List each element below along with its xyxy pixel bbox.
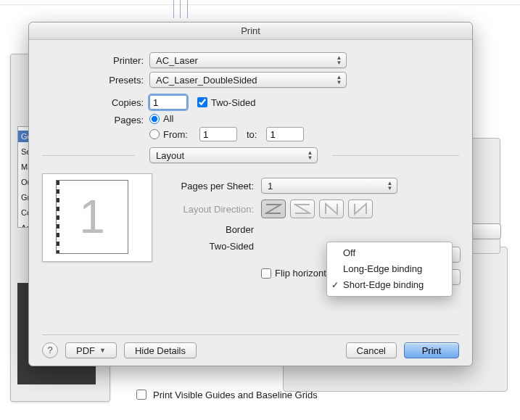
- background-checkbox-row: Print Visible Guides and Baseline Grids: [133, 370, 318, 403]
- presets-label: Presets:: [42, 75, 149, 86]
- layout-direction-label: Layout Direction:: [168, 204, 261, 215]
- presets-select[interactable]: AC_Laser_DoubleSided: [149, 72, 347, 88]
- menu-item-label: Short-Edge binding: [343, 279, 424, 290]
- pages-to-input[interactable]: [266, 127, 304, 141]
- menu-item-label: Long-Edge binding: [343, 263, 422, 274]
- check-icon: ✓: [331, 279, 339, 292]
- layout-direction-group: [261, 199, 373, 218]
- dialog-title: Print: [241, 25, 260, 36]
- section-select[interactable]: Layout: [149, 147, 318, 163]
- two-sided-checkbox[interactable]: Two-Sided: [197, 97, 255, 108]
- pages-from-label: From:: [163, 129, 188, 140]
- cancel-button[interactable]: Cancel: [346, 342, 397, 358]
- pdf-button[interactable]: PDF ▼: [65, 342, 117, 358]
- printer-label: Printer:: [42, 55, 149, 66]
- select-arrows-icon: [335, 55, 343, 65]
- print-button[interactable]: Print: [404, 342, 459, 358]
- two-sided-select-label: Two-Sided: [168, 241, 261, 252]
- border-label: Border: [168, 224, 261, 235]
- layout-direction-n-icon[interactable]: [319, 199, 344, 218]
- help-icon: ?: [47, 345, 52, 355]
- presets-value: AC_Laser_DoubleSided: [156, 75, 257, 86]
- pdf-label: PDF: [76, 345, 95, 356]
- dropdown-arrow-icon: ▼: [99, 347, 106, 354]
- hide-details-label: Hide Details: [135, 345, 186, 356]
- printer-select[interactable]: AC_Laser: [149, 52, 347, 68]
- pages-all-label: All: [163, 113, 173, 124]
- pages-all-radio-input[interactable]: [149, 114, 160, 124]
- cancel-label: Cancel: [357, 345, 386, 356]
- two-sided-checkbox-input[interactable]: [197, 97, 207, 107]
- pages-from-input[interactable]: [199, 127, 237, 141]
- pages-per-sheet-value: 1: [268, 181, 273, 192]
- layout-preview: 1: [42, 173, 152, 262]
- printer-value: AC_Laser: [156, 55, 198, 66]
- print-visible-guides-checkbox-input[interactable]: [136, 390, 146, 400]
- layout-direction-s-icon[interactable]: [290, 199, 315, 218]
- dialog-bottom-bar: ? PDF ▼ Hide Details Cancel Print: [42, 334, 459, 358]
- section-value: Layout: [156, 150, 184, 161]
- pages-to-label: to:: [241, 129, 263, 140]
- menu-item-label: Off: [343, 247, 355, 258]
- pages-per-sheet-label: Pages per Sheet:: [168, 181, 261, 192]
- pages-per-sheet-select[interactable]: 1: [261, 178, 397, 194]
- print-visible-guides-checkbox[interactable]: Print Visible Guides and Baseline Grids: [133, 387, 318, 402]
- pages-label: Pages:: [42, 113, 149, 125]
- preview-page-number: 1: [57, 181, 128, 253]
- menu-item-off[interactable]: Off: [327, 245, 452, 261]
- print-visible-guides-label: Print Visible Guides and Baseline Grids: [153, 390, 318, 400]
- layout-direction-z-icon[interactable]: [261, 199, 286, 218]
- hide-details-button[interactable]: Hide Details: [124, 342, 197, 358]
- layout-direction-n2-icon[interactable]: [348, 199, 373, 218]
- select-arrows-icon: [335, 75, 343, 85]
- pages-all-radio[interactable]: All: [149, 113, 304, 124]
- help-button[interactable]: ?: [42, 342, 58, 358]
- flip-horizontally-checkbox-input[interactable]: [261, 268, 271, 279]
- menu-item-long-edge[interactable]: Long-Edge binding: [327, 261, 452, 277]
- pages-from-radio-input[interactable]: [149, 129, 160, 139]
- select-arrows-icon: [386, 181, 394, 191]
- select-arrows-icon: [306, 150, 314, 160]
- copies-input[interactable]: [149, 95, 187, 110]
- truncated-checkbox[interactable]: [133, 371, 318, 386]
- two-sided-popup-menu: Off Long-Edge binding ✓ Short-Edge bindi…: [326, 242, 453, 297]
- pages-from-radio[interactable]: From: to:: [149, 127, 304, 141]
- print-dialog: Print Printer: AC_Laser Presets: AC_Lase…: [28, 22, 473, 366]
- copies-label: Copies:: [42, 97, 149, 108]
- menu-item-short-edge[interactable]: ✓ Short-Edge binding: [327, 277, 452, 293]
- dialog-titlebar: Print: [29, 22, 472, 40]
- two-sided-label: Two-Sided: [211, 97, 255, 108]
- print-label: Print: [422, 345, 442, 356]
